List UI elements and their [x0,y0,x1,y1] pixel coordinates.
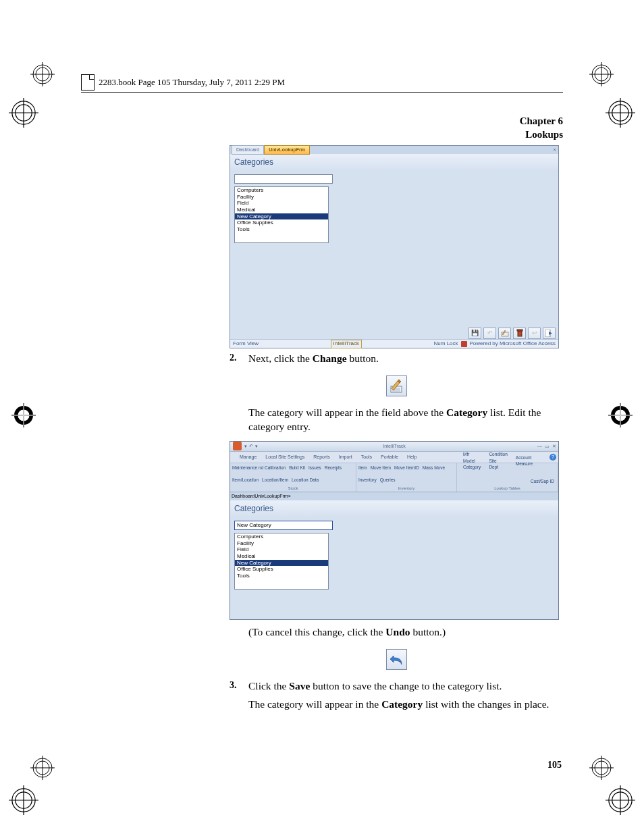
access-icon [461,341,467,347]
ribbon-item[interactable]: Site [489,459,507,465]
status-numlock: Num Lock [434,340,458,348]
save-button[interactable]: 💾 [468,328,481,339]
minimize-button[interactable]: — [537,443,542,449]
category-list-2[interactable]: ComputersFacilityFieldMedicalNew Categor… [234,533,329,590]
tab-dashboard[interactable]: Dashboard [232,145,264,154]
menu-item[interactable]: Local Site Settings [265,454,304,460]
menu-item[interactable]: Manage [240,454,257,460]
list-item[interactable]: Tools [235,573,328,579]
menu-item[interactable]: Import [339,454,352,460]
page-number: 105 [547,760,562,771]
ribbon-item[interactable]: Inventory [358,477,377,484]
ribbon-item[interactable]: Mass Move [423,465,445,471]
qat-save-icon[interactable]: ▾ [244,443,247,449]
form-toolbar: 💾 ↶ ↩ [230,327,558,339]
tab-univlookupfrm-2[interactable]: UnivLookupFrm [254,493,288,499]
qat-more-icon[interactable]: ▾ [255,443,258,449]
ribbon-item[interactable]: Account [516,455,533,461]
form-tabs: Dashboard UnivLookupFrm × [230,146,558,154]
qat-undo-icon[interactable]: ↶ [249,443,253,449]
window-titlebar: ▾ ↶ ▾ IntelliTrack — ▭ ✕ [230,442,558,452]
change-button[interactable] [498,328,511,339]
back-button[interactable]: ↩ [528,328,541,339]
page-icon [81,74,95,90]
step-number-3: 3. [230,679,248,694]
ribbon: Maintenance nd CalibrationBuild KitIssue… [230,463,558,492]
list-item[interactable]: Computers [235,187,328,194]
ribbon-item[interactable]: Move Item [371,465,391,471]
ribbon-group-stock: Maintenance nd CalibrationBuild KitIssue… [230,463,356,492]
crop-mark-top-right [589,62,614,86]
category-input-2[interactable]: New Category [234,521,333,530]
ribbon-item[interactable]: Issues [308,465,321,471]
list-item[interactable]: New Category [235,560,328,567]
crop-mark-bottom-left [30,756,55,780]
undo-button[interactable]: ↶ [483,328,496,339]
maximize-button[interactable]: ▭ [545,443,549,449]
cancel-paragraph: (To cancel this change, click the Undo b… [248,625,563,640]
menu-item[interactable]: Tools [361,454,372,460]
list-item[interactable]: Office Supplies [235,219,328,226]
ribbon-item[interactable]: Mfr [463,452,481,458]
status-view: Form View [233,340,259,348]
ribbon-item[interactable]: Item/Location [232,477,259,484]
category-list[interactable]: ComputersFacilityFieldMedicalNew Categor… [234,186,329,243]
crop-mark-lower-left [9,785,38,815]
chapter-title: Lookups [520,128,563,142]
ribbon-item[interactable]: Cust/Sup ID [531,479,554,485]
status-bar: Form View IntelliTrack Num Lock Powered … [230,339,558,348]
crop-mark-top-left [30,62,55,86]
list-item[interactable]: New Category [235,213,328,220]
tab-dashboard-2[interactable]: Dashboard [232,493,254,499]
menu-item[interactable]: Help [407,454,417,460]
list-item[interactable]: Office Supplies [235,566,328,573]
ribbon-item[interactable]: Dept [489,465,507,471]
ribbon-item[interactable]: Condition [489,452,507,458]
registration-mark-mid-right [608,403,633,427]
step-3-text: Click the Save button to save the change… [248,679,563,694]
list-item[interactable]: Computers [235,533,328,540]
quick-access-toolbar: ▾ ↶ ▾ [244,443,258,449]
tab-univlookupfrm[interactable]: UnivLookupFrm [264,145,310,154]
close-icon[interactable]: × [553,147,556,154]
list-item[interactable]: Medical [235,207,328,213]
ribbon-item[interactable]: Category [463,465,481,471]
close-icon-2[interactable]: × [288,493,291,499]
change-button-icon [386,375,407,396]
list-item[interactable]: Facility [235,540,328,547]
list-item[interactable]: Tools [235,226,328,233]
exit-button[interactable] [543,328,556,339]
chapter-number: Chapter 6 [520,115,563,128]
ribbon-item[interactable]: Queries [380,477,396,484]
ribbon-item[interactable]: Location/Item [262,477,288,484]
step-2-paragraph: The category will appear in the field ab… [248,406,563,434]
list-item[interactable]: Field [235,200,328,207]
status-powered: Powered by Microsoft Office Access [470,340,556,348]
ribbon-item[interactable]: Item [358,465,367,471]
crop-mark-upper-right [606,98,635,128]
form-tabs-2: Dashboard UnivLookupFrm × [230,492,558,500]
ribbon-item[interactable]: Maintenance nd Calibration [232,465,286,471]
ribbon-item[interactable]: Location Data [292,477,319,484]
ribbon-item[interactable]: Model [463,459,481,465]
book-page-header: 2283.book Page 105 Thursday, July 7, 201… [81,74,563,93]
screenshot-categories-form: Dashboard UnivLookupFrm × Categories Com… [230,145,559,348]
close-button[interactable]: ✕ [552,443,556,449]
ribbon-item[interactable]: Receipts [325,465,342,471]
ribbon-item[interactable]: Move ItemID [394,465,419,471]
undo-button-icon [386,649,407,670]
form-title: Categories [230,154,558,170]
menu-item[interactable]: Reports [313,454,330,460]
ribbon-item[interactable]: Measure [516,461,533,467]
delete-button[interactable] [513,328,526,339]
list-item[interactable]: Field [235,546,328,553]
ribbon-group-lookup: MfrModelCategory ConditionSiteDept Accou… [457,463,558,492]
crop-mark-lower-right [606,785,635,815]
chapter-heading: Chapter 6 Lookups [520,115,563,141]
list-item[interactable]: Medical [235,553,328,560]
list-item[interactable]: Facility [235,194,328,201]
category-input[interactable] [234,174,333,184]
ribbon-item[interactable]: Build Kit [289,465,305,471]
menu-item[interactable]: Portable [381,454,398,460]
crop-mark-upper-left [9,98,38,128]
